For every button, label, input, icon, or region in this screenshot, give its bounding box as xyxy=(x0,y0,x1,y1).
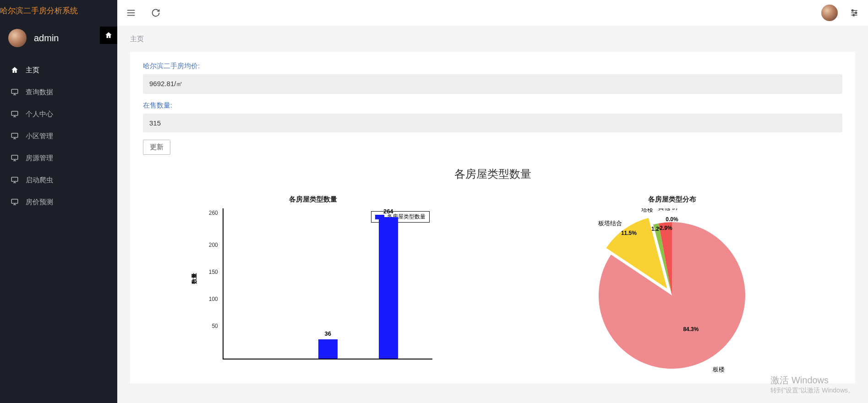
pie-pct-label: 11.5% xyxy=(621,230,637,236)
monitor-icon xyxy=(10,153,19,163)
y-tick: 100 xyxy=(209,296,218,302)
on-sale-value: 315 xyxy=(143,114,842,132)
avg-price-label: 哈尔滨二手房均价: xyxy=(143,62,842,71)
pie-chart-title: 各房屋类型分布 xyxy=(648,195,696,204)
bar: 36 xyxy=(318,339,338,359)
sidebar: 哈尔滨二手房分析系统 admin 主页查询数据个人中心小区管理房源管理启动爬虫房… xyxy=(0,0,117,403)
header-avatar[interactable] xyxy=(821,5,838,21)
avg-price-value: 9692.81/㎡ xyxy=(143,74,842,94)
nav-item-label: 个人中心 xyxy=(26,110,53,119)
nav-item-0[interactable]: 主页 xyxy=(0,59,117,81)
avatar xyxy=(8,29,27,47)
nav: 主页查询数据个人中心小区管理房源管理启动爬虫房价预测 xyxy=(0,54,117,213)
refresh-icon xyxy=(151,8,160,17)
update-button[interactable]: 更新 xyxy=(143,140,170,155)
stats-panel: 哈尔滨二手房均价: 9692.81/㎡ 在售数量: 315 更新 各房屋类型数量… xyxy=(130,52,855,383)
bar-chart-title: 各房屋类型数量 xyxy=(289,195,337,204)
nav-item-label: 房价预测 xyxy=(26,198,53,207)
svg-rect-24 xyxy=(852,10,853,11)
bar-y-label: 数量 xyxy=(190,273,198,284)
menu-icon xyxy=(126,8,136,18)
section-title: 各房屋类型数量 xyxy=(143,167,842,181)
pie-name-label: 平房 xyxy=(666,208,678,211)
sliders-icon xyxy=(850,8,859,17)
bar: 264 xyxy=(379,217,398,359)
svg-rect-0 xyxy=(11,89,18,93)
svg-rect-6 xyxy=(11,133,18,137)
y-tick: 50 xyxy=(212,323,218,329)
bar-value-label: 264 xyxy=(383,208,393,215)
settings-button[interactable] xyxy=(849,7,860,18)
pie-pct-label: 2.9% xyxy=(660,225,672,231)
breadcrumb: 主页 xyxy=(130,35,855,44)
svg-rect-9 xyxy=(11,155,18,159)
nav-item-label: 房源管理 xyxy=(26,154,53,163)
monitor-icon xyxy=(10,109,19,119)
svg-rect-12 xyxy=(11,177,18,181)
home-icon xyxy=(10,65,19,75)
monitor-icon xyxy=(10,131,19,141)
on-sale-label: 在售数量: xyxy=(143,101,842,110)
header xyxy=(117,0,868,26)
nav-item-label: 启动爬虫 xyxy=(26,176,53,185)
sidebar-user-name: admin xyxy=(34,33,59,44)
monitor-icon xyxy=(10,87,19,97)
menu-toggle-button[interactable] xyxy=(126,7,136,18)
app-title: 哈尔滨二手房分析系统 xyxy=(0,0,117,22)
monitor-icon xyxy=(10,197,19,207)
y-tick: 150 xyxy=(209,269,218,275)
pie-name-label: 板塔结合 xyxy=(598,220,622,227)
svg-rect-3 xyxy=(11,111,18,115)
bar-value-label: 36 xyxy=(325,330,331,337)
bar-chart: 各房屋类型数量 各房屋类型数量 数量 50100150200260 36264 xyxy=(143,195,484,359)
svg-rect-25 xyxy=(856,12,857,13)
nav-item-4[interactable]: 房源管理 xyxy=(0,147,117,169)
pie-pct-label: 0.0% xyxy=(666,216,679,223)
nav-item-label: 主页 xyxy=(26,66,39,75)
nav-item-5[interactable]: 启动爬虫 xyxy=(0,169,117,191)
pie-name-label: 板楼 xyxy=(712,366,725,373)
pie-chart: 各房屋类型分布 84.3%板楼11.5%板塔结合1.2%塔楼2.9%其他0.0%… xyxy=(502,195,843,373)
svg-rect-15 xyxy=(11,199,18,203)
pie-svg: 84.3%板楼11.5%板塔结合1.2%塔楼2.9%其他0.0%平房 xyxy=(580,208,764,373)
y-tick: 200 xyxy=(209,242,218,248)
nav-item-2[interactable]: 个人中心 xyxy=(0,103,117,125)
pie-name-label: 塔楼 xyxy=(641,208,653,213)
monitor-icon xyxy=(10,175,19,185)
y-tick: 260 xyxy=(209,210,218,216)
nav-item-1[interactable]: 查询数据 xyxy=(0,81,117,103)
nav-item-3[interactable]: 小区管理 xyxy=(0,125,117,147)
nav-item-label: 小区管理 xyxy=(26,132,53,141)
home-chip-button[interactable] xyxy=(100,27,117,44)
nav-item-6[interactable]: 房价预测 xyxy=(0,191,117,213)
home-icon xyxy=(104,31,113,39)
svg-rect-26 xyxy=(853,14,855,16)
nav-item-label: 查询数据 xyxy=(26,88,53,97)
refresh-button[interactable] xyxy=(150,7,161,18)
pie-pct-label: 84.3% xyxy=(683,326,699,332)
content: 主页 哈尔滨二手房均价: 9692.81/㎡ 在售数量: 315 更新 各房屋类… xyxy=(117,26,868,403)
